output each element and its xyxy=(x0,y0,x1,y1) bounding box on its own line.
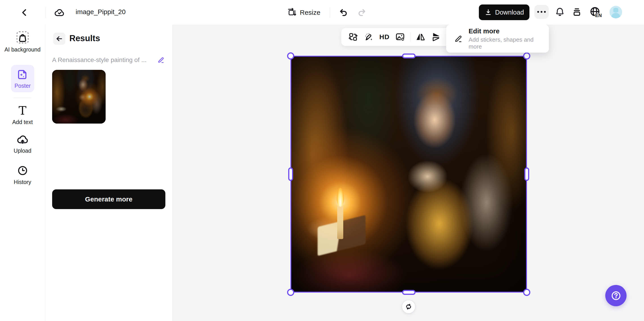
redo-button-disabled xyxy=(355,6,368,19)
bell-icon xyxy=(555,7,565,17)
redo-icon xyxy=(357,8,366,17)
resize-handle-top-left[interactable] xyxy=(287,52,294,60)
stack-icon xyxy=(572,7,582,17)
sidebar-item-poster[interactable]: Poster xyxy=(11,65,34,92)
user-avatar[interactable] xyxy=(610,6,622,18)
upload-icon xyxy=(16,134,29,145)
dot xyxy=(544,11,546,13)
swap-image-button[interactable] xyxy=(346,30,360,44)
topbar: image_Pippit_20 Resize Download xyxy=(0,0,644,24)
regenerate-image-button[interactable] xyxy=(393,30,407,44)
magic-eraser-icon xyxy=(364,32,374,42)
magic-edit-button[interactable] xyxy=(362,30,376,44)
language-button[interactable]: EN xyxy=(588,5,603,19)
ai-background-icon xyxy=(16,31,29,44)
back-button[interactable] xyxy=(18,6,31,19)
download-button[interactable]: Download xyxy=(479,4,530,20)
results-panel: Results A Renaissance-style painting of … xyxy=(45,24,172,321)
sidebar-item-label: AI background xyxy=(4,46,42,53)
sidebar: AI background Poster T Add text Upload xyxy=(0,24,45,321)
question-icon xyxy=(610,290,622,302)
undo-button[interactable] xyxy=(337,6,350,19)
dot xyxy=(537,11,539,13)
language-label: EN xyxy=(595,13,602,18)
toolbar-divider xyxy=(410,32,410,42)
edit-more-dropdown[interactable]: Edit more Add stickers, shapes and more xyxy=(446,24,549,52)
prompt-text: A Renaissance-style painting of ... xyxy=(52,56,146,64)
resize-handle-bottom[interactable] xyxy=(402,290,416,295)
refresh-icon xyxy=(404,302,413,311)
canvas-area[interactable]: HD xyxy=(172,24,644,321)
resize-handle-top-right[interactable] xyxy=(523,52,530,60)
flip-vertical-button[interactable] xyxy=(429,30,443,44)
topbar-divider xyxy=(45,7,46,18)
more-options-button[interactable] xyxy=(534,5,549,19)
resize-handle-top[interactable] xyxy=(402,54,416,58)
topbar-divider xyxy=(330,7,330,18)
sidebar-divider xyxy=(14,98,31,98)
sidebar-item-label: Upload xyxy=(4,147,42,154)
avatar-head xyxy=(613,8,618,12)
text-icon: T xyxy=(18,105,26,116)
results-title: Results xyxy=(69,34,100,43)
selected-image[interactable] xyxy=(291,56,526,292)
resize-handle-right[interactable] xyxy=(524,168,529,181)
prompt-row: A Renaissance-style painting of ... xyxy=(52,56,165,64)
back-chevron-icon xyxy=(20,8,29,17)
resize-handle-bottom-right[interactable] xyxy=(523,289,530,296)
dot xyxy=(540,11,542,13)
poster-icon xyxy=(16,68,29,80)
cloud-saved-icon xyxy=(53,7,66,18)
file-name: image_Pippit_20 xyxy=(76,8,126,16)
candle-shape xyxy=(337,206,343,239)
image-toolbar: HD xyxy=(341,28,463,46)
results-back-button[interactable] xyxy=(53,33,65,45)
flip-vertical-icon xyxy=(431,32,441,42)
resize-button[interactable]: Resize xyxy=(287,6,320,19)
edit-more-title: Edit more xyxy=(468,27,541,35)
undo-icon xyxy=(339,8,348,17)
result-thumbnail-4[interactable] xyxy=(52,70,106,124)
download-icon xyxy=(484,8,492,16)
flip-horizontal-icon xyxy=(416,32,426,42)
sidebar-item-label: Add text xyxy=(4,119,42,125)
hd-enhance-button[interactable]: HD xyxy=(378,30,391,44)
flame-shape xyxy=(337,188,344,206)
avatar-body xyxy=(611,13,620,18)
sidebar-item-history[interactable]: History xyxy=(0,165,45,185)
sidebar-item-upload[interactable]: Upload xyxy=(0,134,45,154)
resize-handle-bottom-left[interactable] xyxy=(287,289,294,296)
resize-icon xyxy=(287,8,296,17)
image-regenerate-icon xyxy=(395,32,405,42)
resize-handle-left[interactable] xyxy=(288,168,293,181)
arrow-left-icon xyxy=(55,35,63,43)
flip-horizontal-button[interactable] xyxy=(414,30,428,44)
edit-prompt-button[interactable] xyxy=(156,56,165,64)
hd-icon: HD xyxy=(379,33,389,41)
download-label: Download xyxy=(495,9,524,16)
pencil-icon xyxy=(157,56,165,64)
generate-more-button[interactable]: Generate more xyxy=(52,190,165,209)
pencil-icon xyxy=(454,34,463,44)
sidebar-item-label: History xyxy=(4,179,42,185)
help-button[interactable] xyxy=(605,285,626,306)
sidebar-item-ai-background[interactable]: AI background xyxy=(0,31,45,53)
app-root: image_Pippit_20 Resize Download xyxy=(0,0,644,321)
edit-more-subtitle: Add stickers, shapes and more xyxy=(468,36,541,50)
resize-label: Resize xyxy=(300,9,320,16)
credits-button[interactable] xyxy=(570,6,583,18)
sidebar-item-label: Poster xyxy=(14,82,31,89)
regenerate-button[interactable] xyxy=(402,300,416,314)
swap-icon xyxy=(348,32,358,42)
notifications-button[interactable] xyxy=(554,6,566,18)
sidebar-item-add-text[interactable]: T Add text xyxy=(0,105,45,125)
generated-image xyxy=(291,56,526,292)
history-icon xyxy=(17,165,28,176)
